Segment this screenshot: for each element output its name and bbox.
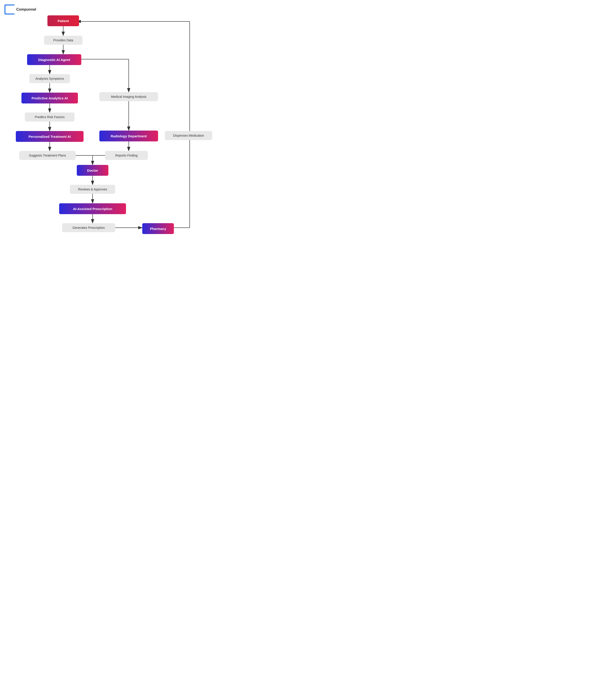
diagnostic-ai-node: Diagnostic AI Agent — [27, 54, 81, 65]
analyzes-symptoms-node: Analyzes Symptoms — [29, 74, 70, 83]
reviews-approves-node: Reviews & Approves — [70, 185, 115, 194]
predictive-analytics-node: Predictive Analytics AI — [21, 93, 78, 104]
provides-data-node: Provides Data — [44, 36, 83, 45]
radiology-dept-node: Radiology Department — [100, 131, 158, 142]
personalized-treatment-node: Personalized Treatment AI — [16, 131, 84, 142]
patient-node: Patient — [47, 15, 79, 26]
doctor-node: Doctor — [77, 165, 108, 176]
suggests-treatment-node: Suggests Treatment Plans — [19, 151, 75, 160]
ai-prescription-node: AI-Assisted Prescription — [59, 203, 126, 214]
predicts-risk-node: Preditcs Risk Factors — [25, 112, 74, 122]
medical-imaging-node: Medical Imaging Analysis — [100, 92, 158, 101]
generates-prescription-node: Generates Prescription — [62, 223, 115, 232]
reports-finding-node: Reports Finding — [105, 151, 148, 160]
diagram-container: Patient Provides Data Diagnostic AI Agen… — [0, 0, 226, 249]
pharmacy-node: Pharmacy — [142, 223, 174, 234]
dispenses-medication-node: Dispenses Medication — [165, 131, 212, 140]
